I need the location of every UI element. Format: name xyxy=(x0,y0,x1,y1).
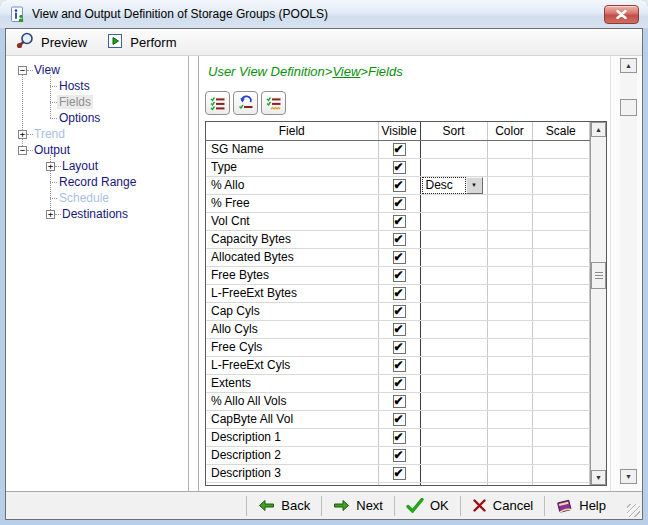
color-cell[interactable] xyxy=(487,140,532,158)
tree-item-fields[interactable]: Fields xyxy=(57,94,93,110)
visible-checkbox[interactable] xyxy=(393,143,406,156)
sort-cell[interactable] xyxy=(420,374,487,392)
sort-cell[interactable] xyxy=(420,194,487,212)
scale-cell[interactable] xyxy=(532,248,590,266)
sort-dropdown[interactable]: Desc▼ xyxy=(422,177,483,194)
scroll-down-icon[interactable]: ▼ xyxy=(620,469,637,484)
visible-checkbox[interactable] xyxy=(393,251,406,264)
scale-cell[interactable] xyxy=(532,410,590,428)
color-cell[interactable] xyxy=(487,248,532,266)
visible-checkbox[interactable] xyxy=(393,179,406,192)
scale-cell[interactable] xyxy=(532,176,590,194)
scale-cell[interactable] xyxy=(532,158,590,176)
sort-cell[interactable] xyxy=(420,338,487,356)
tree-item-record-range[interactable]: Record Range xyxy=(57,174,138,190)
sort-cell[interactable] xyxy=(420,212,487,230)
visible-checkbox[interactable] xyxy=(393,215,406,228)
visible-checkbox[interactable] xyxy=(393,323,406,336)
default-fields-button[interactable] xyxy=(261,91,286,115)
visible-checkbox[interactable] xyxy=(393,413,406,426)
column-header-color[interactable]: Color xyxy=(487,122,532,140)
color-cell[interactable] xyxy=(487,302,532,320)
sort-cell[interactable] xyxy=(420,482,487,486)
color-cell[interactable] xyxy=(487,356,532,374)
color-cell[interactable] xyxy=(487,428,532,446)
sort-cell[interactable] xyxy=(420,140,487,158)
visible-checkbox[interactable] xyxy=(393,395,406,408)
tree-item-hosts[interactable]: Hosts xyxy=(57,78,92,94)
scale-cell[interactable] xyxy=(532,338,590,356)
tree-item-view[interactable]: View xyxy=(32,62,62,78)
color-cell[interactable] xyxy=(487,374,532,392)
visible-checkbox[interactable] xyxy=(393,233,406,246)
visible-checkbox[interactable] xyxy=(393,305,406,318)
collapse-icon[interactable]: − xyxy=(18,146,27,155)
scale-cell[interactable] xyxy=(532,482,590,486)
scale-cell[interactable] xyxy=(532,284,590,302)
color-cell[interactable] xyxy=(487,410,532,428)
breadcrumb-view-link[interactable]: View xyxy=(332,64,360,79)
next-button[interactable]: Next xyxy=(333,498,383,513)
sort-cell[interactable] xyxy=(420,284,487,302)
scale-cell[interactable] xyxy=(532,230,590,248)
scale-cell[interactable] xyxy=(532,392,590,410)
visible-checkbox[interactable] xyxy=(393,359,406,372)
scroll-down-icon[interactable]: ▼ xyxy=(591,470,606,485)
sort-cell[interactable] xyxy=(420,230,487,248)
column-header-sort[interactable]: Sort xyxy=(420,122,487,140)
preview-button[interactable]: Preview xyxy=(15,32,87,53)
perform-button[interactable]: Perform xyxy=(107,33,176,52)
tree-item-output[interactable]: Output xyxy=(32,142,72,158)
sort-cell[interactable] xyxy=(420,410,487,428)
tree-item-destinations[interactable]: Destinations xyxy=(60,206,130,222)
color-cell[interactable] xyxy=(487,158,532,176)
visible-checkbox[interactable] xyxy=(393,377,406,390)
scale-cell[interactable] xyxy=(532,194,590,212)
sort-cell[interactable] xyxy=(420,302,487,320)
visible-checkbox[interactable] xyxy=(393,467,406,480)
visible-checkbox[interactable] xyxy=(393,431,406,444)
scale-cell[interactable] xyxy=(532,428,590,446)
visible-checkbox[interactable] xyxy=(393,341,406,354)
scale-cell[interactable] xyxy=(532,356,590,374)
color-cell[interactable] xyxy=(487,230,532,248)
visible-checkbox[interactable] xyxy=(393,269,406,282)
scroll-up-icon[interactable]: ▲ xyxy=(620,58,637,73)
color-cell[interactable] xyxy=(487,284,532,302)
visible-checkbox[interactable] xyxy=(393,485,406,486)
sort-cell[interactable] xyxy=(420,446,487,464)
sort-cell[interactable] xyxy=(420,266,487,284)
sort-cell[interactable] xyxy=(420,464,487,482)
reset-fields-button[interactable] xyxy=(233,91,258,115)
tree-item-trend[interactable]: Trend xyxy=(32,126,67,142)
visible-checkbox[interactable] xyxy=(393,197,406,210)
scale-cell[interactable] xyxy=(532,302,590,320)
color-cell[interactable] xyxy=(487,194,532,212)
color-cell[interactable] xyxy=(487,392,532,410)
sort-cell[interactable] xyxy=(420,392,487,410)
page-scrollbar[interactable]: ▲ ▼ xyxy=(620,58,637,484)
expand-icon[interactable]: + xyxy=(46,162,55,171)
scale-cell[interactable] xyxy=(532,446,590,464)
back-button[interactable]: Back xyxy=(258,498,310,513)
visible-checkbox[interactable] xyxy=(393,287,406,300)
page-scrollbar-thumb[interactable] xyxy=(620,99,637,116)
sort-cell[interactable] xyxy=(420,428,487,446)
color-cell[interactable] xyxy=(487,338,532,356)
tree-item-layout[interactable]: Layout xyxy=(60,158,100,174)
color-cell[interactable] xyxy=(487,320,532,338)
help-button[interactable]: Help xyxy=(556,498,606,514)
scale-cell[interactable] xyxy=(532,140,590,158)
resize-grip[interactable] xyxy=(627,504,640,517)
ok-button[interactable]: OK xyxy=(406,498,449,513)
sort-cell[interactable] xyxy=(420,356,487,374)
column-header-field[interactable]: Field xyxy=(206,122,378,140)
visible-checkbox[interactable] xyxy=(393,449,406,462)
scale-cell[interactable] xyxy=(532,374,590,392)
visible-checkbox[interactable] xyxy=(393,161,406,174)
color-cell[interactable] xyxy=(487,482,532,486)
cancel-button[interactable]: Cancel xyxy=(472,498,533,513)
sort-cell[interactable] xyxy=(420,158,487,176)
color-cell[interactable] xyxy=(487,464,532,482)
sort-cell[interactable] xyxy=(420,248,487,266)
